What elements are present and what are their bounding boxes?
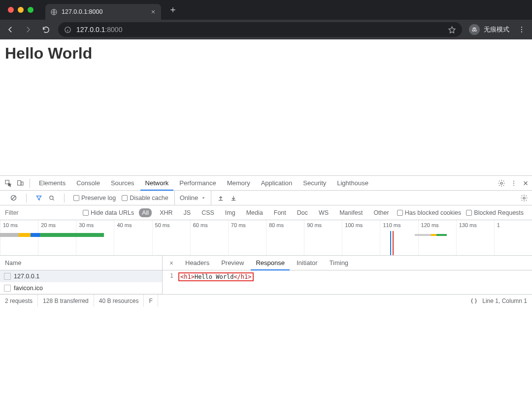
bookmark-star-icon[interactable] — [448, 26, 456, 34]
file-icon — [4, 285, 11, 292]
request-list-header[interactable]: Name — [0, 256, 162, 270]
tick-label: 130 ms — [459, 222, 477, 228]
tick-label: 10 ms — [3, 222, 18, 228]
tick-label: 70 ms — [231, 222, 246, 228]
inspect-element-icon[interactable] — [3, 178, 14, 189]
disable-cache-checkbox[interactable]: Disable cache — [122, 195, 168, 201]
new-tab-button[interactable] — [166, 3, 180, 17]
devtools-tab-lighthouse[interactable]: Lighthouse — [332, 176, 373, 191]
upload-har-icon[interactable] — [217, 195, 224, 201]
site-info-icon[interactable] — [64, 26, 71, 33]
incognito-indicator[interactable]: 无痕模式 — [469, 24, 509, 35]
url-text: 127.0.0.1:8000 — [76, 26, 122, 33]
address-bar[interactable]: 127.0.0.1:8000 — [58, 22, 462, 37]
tick-label: 120 ms — [421, 222, 439, 228]
blocked-requests-checkbox[interactable]: Blocked Requests — [466, 209, 524, 216]
response-code[interactable]: <h1>Hello World</h1> — [176, 270, 254, 294]
filter-type-ws[interactable]: WS — [316, 208, 332, 217]
device-toolbar-icon[interactable] — [15, 178, 26, 189]
url-port: :8000 — [105, 26, 122, 33]
tab-title: 127.0.0.1:8000 — [62, 8, 146, 15]
chevron-down-icon — [201, 196, 206, 200]
has-blocked-cookies-checkbox[interactable]: Has blocked cookies — [397, 209, 462, 216]
request-name: 127.0.0.1 — [14, 273, 39, 280]
browser-menu-button[interactable] — [516, 24, 527, 35]
minimize-window-dot[interactable] — [18, 7, 24, 13]
filter-type-font[interactable]: Font — [271, 208, 289, 217]
globe-icon — [50, 8, 58, 16]
svg-point-6 — [521, 32, 522, 33]
browser-tab[interactable]: 127.0.0.1:8000 — [45, 4, 161, 20]
status-resources: 40 B resources — [94, 295, 144, 307]
devtools-close-icon[interactable] — [522, 180, 529, 187]
search-icon[interactable] — [48, 195, 55, 201]
hide-data-urls-checkbox[interactable]: Hide data URLs — [83, 209, 134, 216]
tick-label: 90 ms — [307, 222, 322, 228]
window-controls[interactable] — [6, 7, 35, 13]
devtools-tab-performance[interactable]: Performance — [174, 176, 221, 191]
svg-point-11 — [513, 180, 514, 181]
filter-type-doc[interactable]: Doc — [294, 208, 311, 217]
devtools-tab-sources[interactable]: Sources — [106, 176, 139, 191]
detail-tab-preview[interactable]: Preview — [216, 256, 249, 270]
detail-tab-response[interactable]: Response — [251, 256, 290, 270]
tick-label: 100 ms — [345, 222, 363, 228]
devtools-tab-elements[interactable]: Elements — [34, 176, 70, 191]
devtools-tab-application[interactable]: Application — [256, 176, 298, 191]
tick-label: 1 — [497, 222, 500, 228]
detail-close-icon[interactable] — [165, 260, 178, 266]
network-timeline[interactable]: 10 ms 20 ms 30 ms 40 ms 50 ms 60 ms 70 m… — [0, 220, 532, 256]
filter-type-img[interactable]: Img — [222, 208, 238, 217]
detail-tab-headers[interactable]: Headers — [180, 256, 214, 270]
tab-close-icon[interactable] — [150, 9, 156, 15]
timeline-bar — [436, 234, 447, 236]
pretty-print-icon[interactable] — [470, 298, 477, 304]
devtools-tab-network[interactable]: Network — [140, 176, 174, 191]
devtools-settings-icon[interactable] — [498, 179, 505, 187]
disable-cache-label: Disable cache — [130, 195, 168, 201]
svg-point-2 — [472, 30, 474, 32]
devtools-more-icon[interactable] — [510, 180, 517, 187]
back-button[interactable] — [5, 24, 16, 35]
forward-button[interactable] — [23, 24, 33, 35]
filter-type-manifest[interactable]: Manifest — [336, 208, 366, 217]
detail-tab-initiator[interactable]: Initiator — [292, 256, 323, 270]
filter-type-other[interactable]: Other — [370, 208, 392, 217]
maximize-window-dot[interactable] — [28, 7, 33, 13]
filter-type-all[interactable]: All — [139, 208, 152, 217]
response-open-tag: <h1> — [180, 273, 195, 280]
has-blocked-cookies-label: Has blocked cookies — [405, 209, 462, 216]
detail-tab-timing[interactable]: Timing — [325, 256, 354, 270]
preserve-log-checkbox[interactable]: Preserve log — [73, 195, 116, 201]
devtools-tab-console[interactable]: Console — [71, 176, 105, 191]
page-viewport: Hello World — [0, 39, 532, 175]
hide-data-urls-label: Hide data URLs — [91, 209, 134, 216]
response-text: Hello World — [195, 273, 233, 280]
devtools-tabstrip: Elements Console Sources Network Perform… — [0, 176, 532, 191]
svg-point-3 — [475, 30, 477, 32]
line-number-gutter: 1 — [163, 270, 176, 294]
devtools-tab-security[interactable]: Security — [298, 176, 331, 191]
svg-point-15 — [50, 196, 53, 199]
close-window-dot[interactable] — [8, 7, 14, 13]
filter-type-css[interactable]: CSS — [199, 208, 217, 217]
filter-type-xhr[interactable]: XHR — [157, 208, 175, 217]
devtools-tab-memory[interactable]: Memory — [222, 176, 255, 191]
download-har-icon[interactable] — [230, 195, 237, 201]
request-row[interactable]: favicon.ico — [0, 282, 162, 294]
filter-type-js[interactable]: JS — [181, 208, 194, 217]
request-row[interactable]: 127.0.0.1 — [0, 270, 162, 282]
tick-label: 20 ms — [41, 222, 56, 228]
tick-label: 30 ms — [79, 222, 94, 228]
filter-input[interactable] — [4, 209, 78, 217]
clear-button[interactable] — [10, 194, 17, 201]
reload-button[interactable] — [40, 24, 51, 35]
throttling-value: Online — [180, 194, 199, 201]
filter-icon[interactable] — [35, 195, 42, 201]
throttling-select[interactable]: Online — [174, 191, 212, 205]
filter-type-media[interactable]: Media — [243, 208, 266, 217]
svg-point-12 — [513, 183, 514, 184]
svg-rect-8 — [18, 180, 21, 185]
network-settings-icon[interactable] — [520, 194, 528, 202]
timeline-bar — [19, 233, 31, 237]
